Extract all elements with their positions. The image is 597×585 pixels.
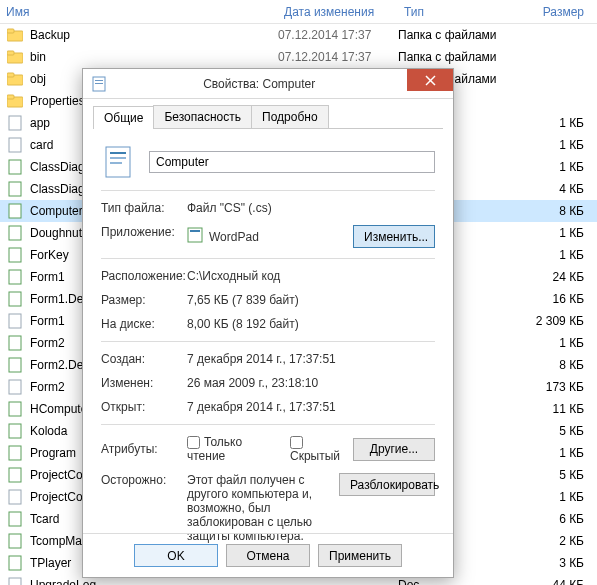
- svg-rect-13: [9, 226, 21, 240]
- hidden-checkbox[interactable]: [290, 436, 303, 449]
- svg-rect-15: [9, 270, 21, 284]
- ok-button[interactable]: OK: [134, 544, 218, 567]
- tabs: Общие Безопасность Подробно: [93, 105, 443, 129]
- file-type: Папка с файлами: [398, 28, 510, 42]
- svg-rect-18: [9, 336, 21, 350]
- svg-rect-28: [9, 556, 21, 570]
- folder-icon: [6, 93, 24, 109]
- type-value: Файл "CS" (.cs): [187, 201, 435, 215]
- file-size: 8 КБ: [510, 358, 584, 372]
- file-icon: [6, 533, 24, 549]
- svg-rect-32: [95, 83, 103, 84]
- readonly-checkbox[interactable]: [187, 436, 200, 449]
- opened-label: Открыт:: [101, 400, 187, 414]
- file-size: 2 309 КБ: [510, 314, 584, 328]
- dialog-footer: OK Отмена Применить: [83, 533, 453, 567]
- file-size: 8 КБ: [510, 204, 584, 218]
- file-icon: [6, 203, 24, 219]
- svg-rect-23: [9, 446, 21, 460]
- svg-rect-25: [9, 490, 21, 504]
- svg-rect-12: [9, 204, 21, 218]
- file-size: 24 КБ: [510, 270, 584, 284]
- file-size: 3 КБ: [510, 556, 584, 570]
- file-icon: [6, 489, 24, 505]
- opened-value: 7 декабря 2014 г., 17:37:51: [187, 400, 435, 414]
- svg-rect-5: [7, 73, 14, 77]
- svg-rect-17: [9, 314, 21, 328]
- file-icon: [6, 357, 24, 373]
- file-type: Папка с файлами: [398, 50, 510, 64]
- svg-rect-40: [190, 230, 200, 232]
- svg-rect-36: [110, 152, 126, 154]
- col-type[interactable]: Тип: [398, 1, 510, 23]
- location-label: Расположение:: [101, 269, 187, 283]
- svg-rect-11: [9, 182, 21, 196]
- svg-rect-38: [110, 162, 122, 164]
- col-date[interactable]: Дата изменения: [278, 1, 398, 23]
- filename-input[interactable]: [149, 151, 435, 173]
- warning-label: Осторожно:: [101, 473, 187, 487]
- change-app-button[interactable]: Изменить...: [353, 225, 435, 248]
- svg-rect-7: [7, 95, 14, 99]
- file-size: 44 КБ: [510, 578, 584, 585]
- cancel-button[interactable]: Отмена: [226, 544, 310, 567]
- svg-rect-37: [110, 157, 126, 159]
- file-row[interactable]: Backup07.12.2014 17:37Папка с файлами: [0, 24, 597, 46]
- svg-rect-1: [7, 29, 14, 33]
- file-icon: [6, 313, 24, 329]
- tab-details[interactable]: Подробно: [251, 105, 329, 128]
- svg-rect-24: [9, 468, 21, 482]
- apply-button[interactable]: Применить: [318, 544, 402, 567]
- titlebar[interactable]: Свойства: Computer: [83, 69, 453, 99]
- file-size: 11 КБ: [510, 402, 584, 416]
- file-icon: [6, 577, 24, 585]
- file-date: 07.12.2014 17:37: [278, 50, 398, 64]
- file-icon: [6, 467, 24, 483]
- file-icon: [6, 555, 24, 571]
- app-value: WordPad: [209, 230, 259, 244]
- tab-general[interactable]: Общие: [93, 106, 154, 129]
- file-size: 5 КБ: [510, 424, 584, 438]
- folder-icon: [6, 71, 24, 87]
- file-icon: [6, 445, 24, 461]
- svg-rect-8: [9, 116, 21, 130]
- readonly-checkbox-label[interactable]: Только чтение: [187, 435, 278, 463]
- file-type: Doc...: [398, 578, 510, 585]
- wordpad-icon: [187, 227, 203, 246]
- file-icon: [6, 159, 24, 175]
- dialog-title: Свойства: Computer: [113, 77, 453, 91]
- hidden-checkbox-label[interactable]: Скрытый: [290, 435, 353, 463]
- file-size: 1 КБ: [510, 490, 584, 504]
- disk-value: 8,00 КБ (8 192 байт): [187, 317, 435, 331]
- close-button[interactable]: [407, 69, 453, 91]
- tab-security[interactable]: Безопасность: [153, 105, 252, 128]
- file-icon: [6, 379, 24, 395]
- file-icon: [6, 225, 24, 241]
- other-attributes-button[interactable]: Другие...: [353, 438, 435, 461]
- file-icon: [6, 247, 24, 263]
- col-size[interactable]: Размер: [510, 1, 590, 23]
- file-date: 07.12.2014 17:37: [278, 28, 398, 42]
- file-size: 2 КБ: [510, 534, 584, 548]
- folder-icon: [6, 49, 24, 65]
- file-size: 1 КБ: [510, 248, 584, 262]
- file-icon: [6, 335, 24, 351]
- file-size: 4 КБ: [510, 182, 584, 196]
- file-icon: [6, 269, 24, 285]
- svg-rect-27: [9, 534, 21, 548]
- svg-rect-22: [9, 424, 21, 438]
- file-size: 5 КБ: [510, 468, 584, 482]
- file-row[interactable]: bin07.12.2014 17:37Папка с файлами: [0, 46, 597, 68]
- svg-rect-10: [9, 160, 21, 174]
- size-label: Размер:: [101, 293, 187, 307]
- file-icon: [6, 291, 24, 307]
- unblock-button[interactable]: Разблокировать: [339, 473, 435, 496]
- svg-rect-21: [9, 402, 21, 416]
- created-label: Создан:: [101, 352, 187, 366]
- col-name[interactable]: Имя: [0, 1, 278, 23]
- column-headers[interactable]: Имя Дата изменения Тип Размер: [0, 0, 597, 24]
- svg-rect-9: [9, 138, 21, 152]
- attributes-label: Атрибуты:: [101, 442, 187, 456]
- app-label: Приложение:: [101, 225, 187, 248]
- file-size: 1 КБ: [510, 336, 584, 350]
